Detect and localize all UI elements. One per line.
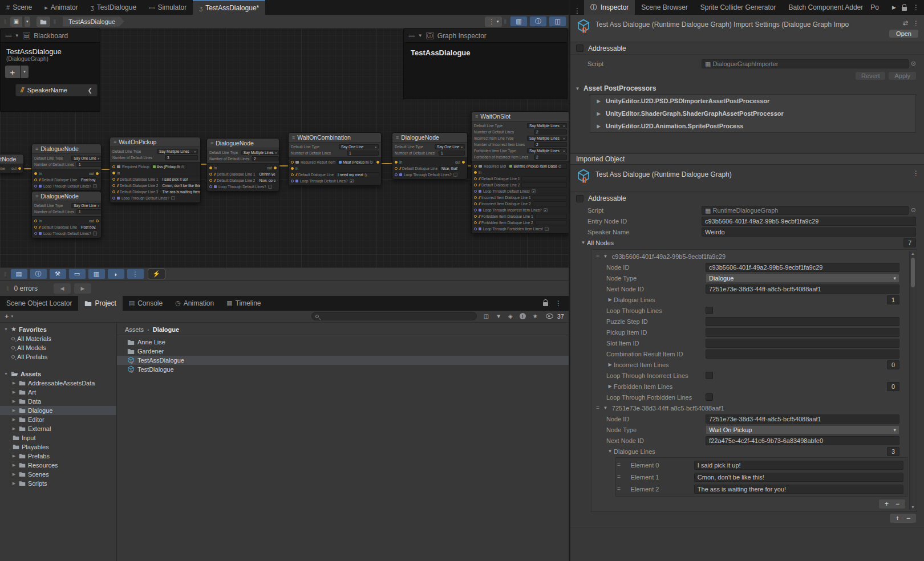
foldout-arrow[interactable]: ▶ <box>11 472 17 477</box>
apply-button[interactable]: Apply <box>889 72 916 80</box>
line-port[interactable] <box>474 177 477 180</box>
node-id-field[interactable]: 7251e73e-38d3-44ff-a8c5-bcf54088aaf1 <box>706 414 899 424</box>
foldout-arrow[interactable]: ▼ <box>3 372 9 376</box>
line-port[interactable] <box>474 202 477 205</box>
drag-handle-icon[interactable]: = <box>617 462 620 468</box>
add-element-button[interactable]: + <box>885 500 889 508</box>
line-port[interactable] <box>474 221 477 224</box>
loop-checkbox[interactable] <box>350 179 354 183</box>
element-value-field[interactable]: Cmon, don't be like this! <box>694 473 903 482</box>
node-id-field[interactable]: c93b5606-401f-49a2-99b5-9ecbf1fa9c29 <box>706 263 899 272</box>
lock-icon[interactable] <box>902 7 907 11</box>
node-wait-on-pickup[interactable]: ≡WaitOnPickup Default Line TypeSay Multi… <box>110 137 201 203</box>
audio-button[interactable]: ◗ <box>107 269 125 279</box>
project-file-list[interactable]: Assets Dialogue Anne Lise Gardener {}Tes… <box>117 323 569 561</box>
kebab-icon[interactable]: ⋮ <box>913 169 919 177</box>
tab-timeline[interactable]: ▦Timeline <box>220 296 267 311</box>
tree-favorites-root[interactable]: ▼★Favorites <box>0 325 116 334</box>
tree-item-all-models[interactable]: All Models <box>0 343 116 352</box>
line-port[interactable] <box>209 179 212 182</box>
loop-port[interactable] <box>395 173 398 176</box>
tab-sprite-collider-generator[interactable]: Sprite Collider Generator <box>694 0 783 15</box>
graph-inspector-panel[interactable]: == ▼ ⓘ Graph Inspector TestAssDialogue <box>403 29 568 99</box>
asset-row-gardener[interactable]: Gardener <box>117 347 569 356</box>
next-error-button[interactable]: ▶ <box>74 283 91 294</box>
in-port[interactable] <box>474 171 477 174</box>
asset-row-test-ass-dialogue[interactable]: {}TestAssDialogue <box>117 356 569 365</box>
presets-icon[interactable]: ⇄ <box>903 19 908 27</box>
count-field[interactable]: 0 <box>887 360 899 369</box>
kebab-icon[interactable]: ⋮ <box>555 299 562 307</box>
out-port[interactable] <box>96 219 99 222</box>
count-field[interactable]: 2 <box>534 155 567 160</box>
all-nodes-row[interactable]: All Nodes 7 <box>570 237 924 248</box>
line-field[interactable]: Ohhhh yeah, <box>257 172 276 177</box>
loop-checkbox[interactable] <box>93 184 97 188</box>
count-field[interactable]: 2 <box>534 129 567 135</box>
open-button[interactable]: Open <box>889 30 918 38</box>
count-field[interactable]: 1 <box>347 151 379 156</box>
foldout-arrow[interactable]: ▶ <box>11 481 17 486</box>
element-value-field[interactable]: I said pick it up! <box>694 461 903 470</box>
loop-checkbox[interactable] <box>93 231 97 235</box>
revert-button[interactable]: Revert <box>856 72 885 80</box>
object-picker-icon[interactable]: ⊙ <box>911 60 916 67</box>
foldout-arrow[interactable]: ▶ <box>11 426 17 431</box>
loop-through-lines-checkbox[interactable] <box>706 307 713 314</box>
tree-assets-root[interactable]: ▼Assets <box>0 369 116 379</box>
tree-item-all-materials[interactable]: All Materials <box>0 334 116 343</box>
line-field[interactable]: The ass is waiting there for y <box>160 189 201 194</box>
show-in-project-button[interactable] <box>37 17 50 27</box>
save-dropdown[interactable]: ▾ <box>25 17 30 27</box>
importer-warning-icon[interactable]: ! <box>520 313 526 319</box>
tree-folder-scripts[interactable]: ▶Scripts <box>0 479 116 488</box>
drag-handle-icon[interactable]: = <box>596 405 599 411</box>
node-type-dropdown[interactable]: Wait On Pickup <box>706 425 899 434</box>
foldout-arrow[interactable]: ▶ <box>11 399 17 404</box>
in-port[interactable] <box>112 172 115 174</box>
dialogue-lines-row[interactable]: Dialogue Lines1 <box>593 294 907 305</box>
node-wait-on-combination[interactable]: ≡WaitOnCombination Default Line TypeSay … <box>288 132 382 186</box>
lock-icon[interactable] <box>543 302 548 306</box>
count-field[interactable]: 1 <box>887 295 899 304</box>
line-field[interactable] <box>521 176 567 181</box>
entry-node-id-field[interactable]: c93b5606-401f-49a2-99b5-9ecbf1fa9c29 <box>702 217 916 226</box>
foldout-arrow[interactable]: ▶ <box>11 390 17 395</box>
prev-error-button[interactable]: ◀ <box>54 283 71 294</box>
blackboard-panel[interactable]: == ▼ ▤ Blackboard TestAssDialogue (Dialo… <box>0 29 100 112</box>
line-type-dropdown[interactable]: Say One Line <box>435 144 465 149</box>
addressable-checkbox[interactable] <box>576 195 583 202</box>
kebab-icon[interactable]: ⋮ <box>570 7 584 15</box>
dialogue-lines-row[interactable]: Dialogue Lines3 <box>593 446 907 457</box>
loop-port[interactable] <box>474 190 477 193</box>
favorite-star-icon[interactable]: ★ <box>533 313 538 319</box>
line-port[interactable] <box>474 215 477 218</box>
count-field[interactable]: 1 <box>76 162 102 167</box>
element-value-field[interactable]: The ass is waiting there for you! <box>694 485 903 494</box>
element-row-0[interactable]: =Element 0I said pick it up! <box>617 459 906 471</box>
line-type-dropdown[interactable]: Say Multiple Lines <box>157 149 198 154</box>
breadcrumb-current[interactable]: Dialogue <box>153 326 179 333</box>
required-object-field[interactable]: Ass (Pickup Item Data)⊙ <box>151 164 187 169</box>
addressable-checkbox[interactable] <box>576 44 583 52</box>
node-group-header-1[interactable]: =c93b5606-401f-49a2-99b5-9ecbf1fa9c29 <box>593 251 907 262</box>
window-button[interactable]: ▭ <box>68 269 86 279</box>
node-type-dropdown[interactable]: Dialogue <box>706 274 899 283</box>
forbidden-item-lines-row[interactable]: Forbidden Item Lines0 <box>593 381 907 392</box>
out-port[interactable] <box>18 167 21 170</box>
tree-folder-input[interactable]: Input <box>0 433 116 442</box>
tab-scene[interactable]: #Scene <box>0 0 38 15</box>
line-port[interactable] <box>34 226 37 229</box>
line-type-dropdown[interactable]: Say Multiple Lines <box>527 123 567 128</box>
remove-node-button[interactable]: − <box>906 514 910 522</box>
remove-element-button[interactable]: − <box>895 500 899 508</box>
drag-handle[interactable]: ‖ <box>6 285 9 292</box>
tab-overflow[interactable]: Po <box>869 0 880 15</box>
tree-folder-data[interactable]: ▶Data <box>0 397 116 406</box>
layout-button[interactable]: ▥ <box>88 269 106 279</box>
line-type-dropdown[interactable]: Say One Line <box>71 156 102 161</box>
count-field[interactable]: 2 <box>534 142 567 147</box>
line-field[interactable]: I said pick it up! <box>160 177 201 182</box>
line-type-dropdown[interactable]: Say Multiple Lines <box>241 150 279 155</box>
slot-item-id-field[interactable] <box>706 339 899 348</box>
